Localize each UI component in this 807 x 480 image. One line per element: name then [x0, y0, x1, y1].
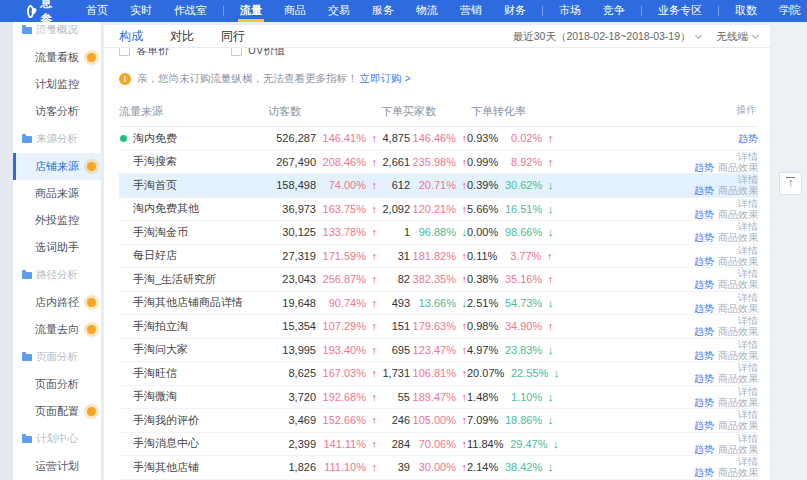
trend-link[interactable]: 趋势 — [694, 162, 714, 173]
trend-link[interactable]: 趋势 — [694, 209, 714, 220]
product-effect-link[interactable]: 商品效果 — [718, 326, 758, 337]
metric-value: 82 — [398, 273, 410, 285]
top-navbar: 生意参谋 首页实时作战室流量商品交易服务物流营销财务市场竞争业务专区取数学院 — [0, 0, 807, 22]
trend-up-icon: ↑ — [366, 250, 377, 262]
checkbox-icon[interactable] — [231, 48, 242, 56]
product-effect-link[interactable]: 商品效果 — [718, 232, 758, 243]
trend-link[interactable]: 趋势 — [694, 185, 714, 196]
nav-item[interactable]: 交易 — [317, 0, 361, 22]
table-body: 淘内免费526,287146.41%↑4,875146.46%↑0.93%0.0… — [119, 127, 758, 480]
nav-item[interactable]: 物流 — [405, 0, 449, 22]
product-effect-link[interactable]: 商品效果 — [718, 256, 758, 267]
tab[interactable]: 对比 — [170, 28, 194, 45]
sidebar-item[interactable]: 商品来源 — [13, 180, 101, 207]
detail-link[interactable]: 详情 — [738, 456, 758, 467]
nav-item[interactable]: 取数 — [724, 0, 768, 22]
trend-link[interactable]: 趋势 — [694, 373, 714, 384]
product-effect-link[interactable]: 商品效果 — [718, 467, 758, 478]
nav-item[interactable]: 流量 — [229, 0, 273, 22]
trend-link[interactable]: 趋势 — [738, 133, 758, 144]
detail-link[interactable]: 详情 — [738, 362, 758, 373]
sidebar-section-title[interactable]: 页面分析 — [13, 343, 101, 371]
detail-link[interactable]: 详情 — [738, 221, 758, 232]
product-effect-link[interactable]: 商品效果 — [718, 162, 758, 173]
trend-down-icon: ↓ — [542, 414, 553, 426]
detail-link[interactable]: 详情 — [738, 292, 758, 303]
nav-item[interactable]: 服务 — [361, 0, 405, 22]
detail-link[interactable]: 详情 — [738, 245, 758, 256]
trend-link[interactable]: 趋势 — [694, 350, 714, 361]
detail-link[interactable]: 详情 — [738, 198, 758, 209]
nav-item[interactable]: 学院 — [768, 0, 807, 22]
trend-link[interactable]: 趋势 — [694, 397, 714, 408]
detail-link[interactable]: 详情 — [738, 433, 758, 444]
detail-link[interactable]: 详情 — [738, 268, 758, 279]
sidebar-item[interactable]: 运营计划 — [13, 453, 101, 480]
sidebar-item[interactable]: 计划监控 — [13, 71, 101, 98]
sidebar-item[interactable]: 外投监控 — [13, 207, 101, 234]
brand[interactable]: 生意参谋 — [0, 0, 75, 45]
metric-change: 146.46% — [410, 132, 456, 144]
sidebar-item[interactable]: 流量去向 — [13, 316, 101, 343]
metric-value: 151 — [392, 320, 410, 332]
trend-link[interactable]: 趋势 — [694, 467, 714, 478]
trend-link[interactable]: 趋势 — [694, 256, 714, 267]
nav-item[interactable]: 竞争 — [592, 0, 636, 22]
nav-item[interactable]: 财务 — [493, 0, 537, 22]
metric-checkbox[interactable]: UV价值 — [231, 48, 285, 58]
product-effect-link[interactable]: 商品效果 — [718, 444, 758, 455]
sidebar-section-title[interactable]: 路径分析 — [13, 261, 101, 289]
trend-link[interactable]: 趋势 — [694, 326, 714, 337]
subscribe-link[interactable]: 立即订购 > — [360, 72, 411, 86]
column-header: 操作 — [547, 104, 758, 119]
metric-value: 0.11% — [467, 250, 497, 262]
trend-link[interactable]: 趋势 — [694, 303, 714, 314]
product-effect-link[interactable]: 商品效果 — [718, 420, 758, 431]
metric-change: 133.78% — [316, 226, 366, 238]
nav-item[interactable]: 作战室 — [163, 0, 218, 22]
action-line: 详情 — [553, 292, 758, 303]
tab[interactable]: 构成 — [119, 28, 143, 45]
metric-checkbox[interactable]: 客单价 — [119, 48, 169, 58]
checkbox-icon[interactable] — [119, 48, 130, 56]
detail-link[interactable]: 详情 — [738, 409, 758, 420]
product-effect-link[interactable]: 商品效果 — [718, 397, 758, 408]
nav-item[interactable]: 业务专区 — [647, 0, 713, 22]
sidebar-item[interactable]: 流量看板 — [13, 44, 101, 71]
detail-link[interactable]: 详情 — [738, 174, 758, 185]
trend-link[interactable]: 趋势 — [694, 232, 714, 243]
product-effect-link[interactable]: 商品效果 — [718, 209, 758, 220]
detail-link[interactable]: 详情 — [738, 339, 758, 350]
product-effect-link[interactable]: 商品效果 — [718, 279, 758, 290]
sidebar-item[interactable]: 页面分析 — [13, 371, 101, 398]
nav-item[interactable]: 首页 — [75, 0, 119, 22]
metric-value: 1,731 — [382, 367, 410, 379]
trend-link[interactable]: 趋势 — [694, 444, 714, 455]
sidebar-section-title[interactable]: 来源分析 — [13, 125, 101, 153]
detail-link[interactable]: 详情 — [738, 315, 758, 326]
sidebar-item[interactable]: 访客分析 — [13, 98, 101, 125]
detail-link[interactable]: 详情 — [738, 151, 758, 162]
metric-change: 30.62% — [498, 179, 542, 191]
date-range-select[interactable]: 最近30天（2018-02-18~2018-03-19） — [513, 30, 701, 44]
nav-item[interactable]: 市场 — [548, 0, 592, 22]
nav-item[interactable]: 商品 — [273, 0, 317, 22]
metric-change: 38.42% — [498, 461, 542, 473]
trend-link[interactable]: 趋势 — [694, 279, 714, 290]
sidebar-item[interactable]: 页面配置 — [13, 398, 101, 425]
terminal-select[interactable]: 无线端 — [717, 30, 759, 44]
back-to-top-button[interactable]: ↑ — [779, 172, 802, 195]
product-effect-link[interactable]: 商品效果 — [718, 185, 758, 196]
sidebar-section-title[interactable]: 计划中心 — [13, 425, 101, 453]
detail-link[interactable]: 详情 — [738, 386, 758, 397]
product-effect-link[interactable]: 商品效果 — [718, 303, 758, 314]
nav-item[interactable]: 营销 — [449, 0, 493, 22]
sidebar-item[interactable]: 店铺来源 — [13, 153, 101, 180]
product-effect-link[interactable]: 商品效果 — [718, 350, 758, 361]
sidebar-item[interactable]: 选词助手 — [13, 234, 101, 261]
sidebar-item[interactable]: 店内路径 — [13, 289, 101, 316]
nav-item[interactable]: 实时 — [119, 0, 163, 22]
product-effect-link[interactable]: 商品效果 — [718, 373, 758, 384]
trend-link[interactable]: 趋势 — [694, 420, 714, 431]
tab[interactable]: 同行 — [221, 28, 245, 45]
